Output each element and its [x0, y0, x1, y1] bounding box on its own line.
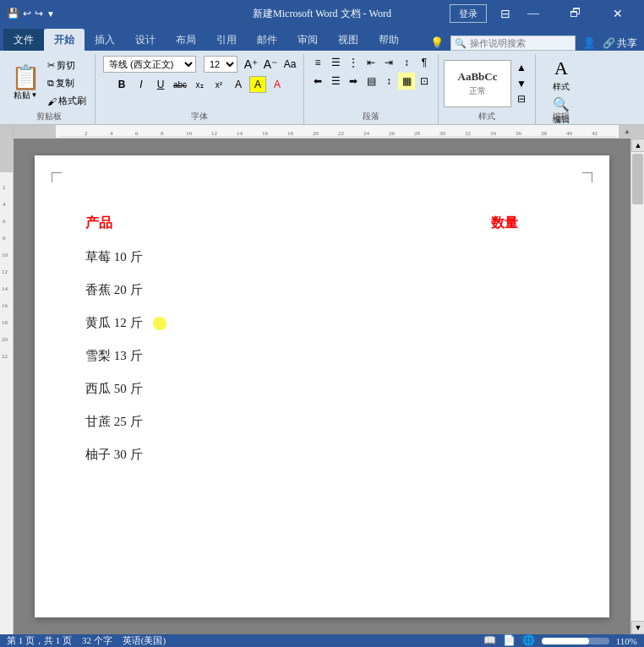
list-item[interactable]: 西瓜 50 斤	[85, 381, 559, 397]
list-item[interactable]: 甘蔗 25 斤	[85, 414, 559, 430]
clipboard-group: 📋 粘贴 ▼ ✂ 剪切 ⧉ 复制 🖌 格式刷	[3, 54, 96, 124]
ruler-corner	[0, 125, 14, 138]
multilevel-btn[interactable]: ⋮	[345, 54, 362, 71]
save-icon[interactable]: 💾	[7, 8, 19, 20]
bold-button[interactable]: B	[113, 76, 130, 93]
svg-text:38: 38	[541, 130, 548, 137]
paragraph-label: 段落	[363, 111, 379, 122]
underline-button[interactable]: U	[152, 76, 169, 93]
bullets-btn[interactable]: ≡	[309, 54, 326, 71]
close-icon: ✕	[613, 7, 623, 21]
list-item[interactable]: 香蕉 20 斤	[85, 282, 559, 298]
header-product: 产品	[85, 215, 491, 232]
tab-help[interactable]: 帮助	[368, 29, 409, 51]
list-item[interactable]: 草莓 10 斤	[85, 249, 559, 265]
tab-layout[interactable]: 布局	[166, 29, 206, 51]
help-search-input[interactable]	[470, 38, 571, 48]
customize-icon[interactable]: ▼	[46, 9, 55, 19]
styles-big-btn[interactable]: A 样式	[553, 57, 570, 93]
svg-text:40: 40	[566, 130, 573, 137]
list-item[interactable]: 雪梨 13 斤	[85, 348, 559, 364]
font-row1: 等线 (西文正文) 12 A⁺ A⁻ Aa	[101, 54, 298, 74]
justify-btn[interactable]: ▤	[363, 73, 379, 90]
borders-btn[interactable]: ⊡	[416, 73, 433, 90]
styles-expand-btn[interactable]: ⊟	[513, 91, 530, 107]
format-painter-button[interactable]: 🖌 格式刷	[44, 93, 90, 109]
vertical-scrollbar[interactable]: ▲ ▼	[630, 139, 644, 634]
view-mode-print-icon[interactable]: 📄	[503, 634, 516, 647]
tab-review[interactable]: 审阅	[287, 29, 328, 51]
ribbon-collapse-icon[interactable]: ⊟	[500, 7, 510, 21]
font-size-select[interactable]: 12	[201, 54, 240, 74]
svg-text:42: 42	[592, 130, 598, 137]
cut-button[interactable]: ✂ 剪切	[44, 57, 90, 73]
tab-design[interactable]: 设计	[125, 29, 166, 51]
svg-text:34: 34	[490, 130, 497, 137]
italic-button[interactable]: I	[133, 76, 150, 93]
tab-view[interactable]: 视图	[328, 29, 368, 51]
scroll-thumb[interactable]	[632, 154, 643, 204]
view-mode-web-icon[interactable]: 🌐	[522, 634, 535, 647]
minimize-button[interactable]: —	[514, 0, 553, 27]
document-scroll-area[interactable]: 产品 数量 草莓 10 斤 香蕉 20 斤 黄瓜 12 斤	[14, 139, 630, 634]
title-bar: 💾 ↩ ↪ ▼ 新建Microsoft Word 文档 - Word 登录 ⊟ …	[0, 0, 644, 27]
undo-icon[interactable]: ↩	[23, 8, 31, 20]
styles-gallery[interactable]: AaBbCc 正常	[444, 60, 511, 107]
shading-btn[interactable]: ▦	[398, 73, 415, 90]
view-mode-read-icon[interactable]: 📖	[483, 634, 496, 647]
help-search-box[interactable]: 🔍	[450, 35, 576, 51]
document-page[interactable]: 产品 数量 草莓 10 斤 香蕉 20 斤 黄瓜 12 斤	[35, 155, 609, 617]
scroll-down-button[interactable]: ▼	[631, 621, 644, 634]
copy-button[interactable]: ⧉ 复制	[44, 75, 90, 91]
font-size-dropdown[interactable]: 12	[204, 56, 237, 73]
table-header: 产品 数量	[85, 215, 559, 232]
share-button[interactable]: 🔗 共享	[603, 36, 637, 51]
clipboard-label: 剪贴板	[36, 111, 62, 122]
scroll-track[interactable]	[631, 152, 644, 621]
increase-font-btn[interactable]: A⁺	[243, 56, 259, 73]
close-button[interactable]: ✕	[598, 0, 637, 27]
subscript-button[interactable]: x₂	[191, 76, 208, 93]
redo-icon[interactable]: ↪	[35, 8, 43, 20]
sort-btn[interactable]: ↕	[398, 54, 415, 71]
paste-button[interactable]: 📋 粘贴 ▼	[8, 63, 42, 104]
ruler-toggle[interactable]: ▲	[620, 125, 634, 138]
list-item[interactable]: 柚子 30 斤	[85, 447, 559, 463]
svg-text:18: 18	[2, 319, 8, 326]
change-case-btn[interactable]: Aa	[281, 56, 298, 73]
align-right-btn[interactable]: ➡	[345, 73, 362, 90]
increase-indent-btn[interactable]: ⇥	[380, 54, 397, 71]
font-color-button[interactable]: A	[269, 76, 286, 93]
font-family-dropdown[interactable]: 等线 (西文正文)	[103, 56, 196, 73]
strikethrough-button[interactable]: abc	[172, 76, 188, 93]
font-name-select[interactable]: 等线 (西文正文)	[101, 54, 199, 74]
svg-text:22: 22	[338, 130, 345, 137]
styles-down-btn[interactable]: ▼	[513, 75, 530, 91]
login-button[interactable]: 登录	[450, 4, 487, 23]
zoom-slider[interactable]	[542, 638, 609, 644]
list-item[interactable]: 黄瓜 12 斤	[85, 315, 559, 331]
text-effects-button[interactable]: A	[230, 76, 247, 93]
lightbulb-icon: 💡	[430, 36, 444, 50]
tab-home[interactable]: 开始	[44, 29, 85, 51]
restore-button[interactable]: 🗗	[556, 0, 595, 27]
highlight-button[interactable]: A	[249, 76, 266, 93]
tab-insert[interactable]: 插入	[85, 29, 125, 51]
ruler-left-margin	[14, 125, 56, 138]
align-center-btn[interactable]: ☰	[327, 73, 344, 90]
para-row2: ⬅ ☰ ➡ ▤ ↕ ▦ ⊡	[309, 73, 433, 90]
decrease-indent-btn[interactable]: ⇤	[363, 54, 379, 71]
paste-icon: 📋	[11, 66, 41, 90]
align-left-btn[interactable]: ⬅	[309, 73, 326, 90]
superscript-button[interactable]: x²	[210, 76, 227, 93]
tab-references[interactable]: 引用	[206, 29, 247, 51]
tab-mailings[interactable]: 邮件	[247, 29, 287, 51]
line-spacing-btn[interactable]: ↕	[380, 73, 397, 90]
styles-up-btn[interactable]: ▲	[513, 60, 530, 76]
show-marks-btn[interactable]: ¶	[416, 54, 433, 71]
tab-file[interactable]: 文件	[3, 29, 44, 51]
decrease-font-btn[interactable]: A⁻	[262, 56, 279, 73]
page-count: 第 1 页，共 1 页	[7, 634, 72, 647]
numbering-btn[interactable]: ☰	[327, 54, 344, 71]
scroll-up-button[interactable]: ▲	[631, 139, 644, 152]
